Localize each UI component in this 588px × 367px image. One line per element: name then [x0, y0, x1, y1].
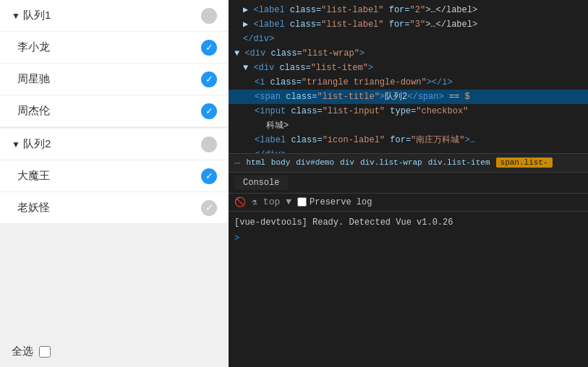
code-line-5[interactable]: ▼ <div class="list-item">: [229, 61, 588, 75]
code-line-10[interactable]: <label class="icon-label" for="南庄万科城">…: [229, 133, 588, 147]
item-damowang-checkbox[interactable]: ✓: [201, 168, 217, 184]
left-panel: ▼ 队列1 李小龙 ✓ 周星驰 ✓ 周杰伦 ✓ ▼: [0, 0, 229, 367]
item-lixiaolong-label: 李小龙: [12, 40, 201, 54]
item-laoyaoguai-label: 老妖怪: [12, 201, 201, 215]
item-damowang[interactable]: 大魔王 ✓: [0, 160, 229, 192]
group2-triangle-icon: ▼: [12, 139, 20, 150]
no-entry-icon[interactable]: 🚫: [234, 197, 246, 208]
code-line-7-selected[interactable]: <span class="list-title">队列2</span> == $: [229, 90, 588, 104]
console-tab-bar: Console: [229, 173, 588, 194]
devtools-panel: ▶ <label class="list-label" for="2">…</l…: [229, 0, 588, 367]
console-prompt[interactable]: >: [234, 232, 582, 245]
item-zhoujelun-check-icon: ✓: [205, 106, 213, 116]
breadcrumb-divdemo[interactable]: div#demo: [296, 158, 334, 167]
item-damowang-label: 大魔王: [12, 169, 201, 183]
code-line-3[interactable]: </div>: [229, 32, 588, 46]
breadcrumb-div[interactable]: div: [340, 158, 354, 167]
breadcrumb-listitem[interactable]: div.list-item: [428, 158, 490, 167]
code-line-6[interactable]: <i class="triangle triangle-down"></i>: [229, 75, 588, 90]
group1-header[interactable]: ▼ 队列1: [0, 0, 229, 32]
select-all-checkbox[interactable]: [39, 346, 51, 358]
group1-label: 队列1: [23, 9, 201, 22]
code-line-8[interactable]: <input class="list-input" type="checkbox…: [229, 104, 588, 118]
devtools-elements[interactable]: ▶ <label class="list-label" for="2">…</l…: [229, 0, 588, 153]
group2-section: ▼ 队列2 大魔王 ✓ 老妖怪 ✓: [0, 129, 229, 224]
item-lixiaolong-checkbox[interactable]: ✓: [201, 40, 217, 56]
item-zhoujelun-label: 周杰伦: [12, 104, 201, 118]
breadcrumb-dots[interactable]: ⋯: [234, 157, 240, 169]
filter-icon[interactable]: ⚗: [252, 197, 257, 208]
item-lixiaolong-check-icon: ✓: [205, 43, 213, 52]
item-zhoujelun-checkbox[interactable]: ✓: [201, 103, 217, 119]
preserve-log-label: Preserve log: [310, 197, 372, 207]
select-all-label: 全选: [12, 345, 33, 358]
item-zhouzingchi-check-icon: ✓: [205, 74, 213, 84]
item-laoyaoguai[interactable]: 老妖怪 ✓: [0, 192, 229, 224]
breadcrumb-active[interactable]: span.list-: [496, 157, 553, 168]
group2-label: 队列2: [23, 137, 201, 151]
item-zhouzingchi[interactable]: 周星驰 ✓: [0, 64, 229, 95]
code-line-1[interactable]: ▶ <label class="list-label" for="2">…</l…: [229, 3, 588, 17]
item-zhoujelun[interactable]: 周杰伦 ✓: [0, 95, 229, 127]
dropdown-icon[interactable]: ▼: [286, 197, 291, 207]
console-tab[interactable]: Console: [234, 176, 288, 190]
footer-bar: 全选: [0, 336, 229, 367]
filter-select[interactable]: top: [263, 197, 280, 207]
group2-checkbox[interactable]: [201, 137, 217, 152]
item-lixiaolong[interactable]: 李小龙 ✓: [0, 32, 229, 64]
breadcrumb-listwrap[interactable]: div.list-wrap: [360, 158, 422, 167]
breadcrumb-body[interactable]: body: [271, 158, 290, 167]
breadcrumb-bar: ⋯ html body div#demo div div.list-wrap d…: [229, 153, 588, 173]
code-line-11[interactable]: </div>: [229, 147, 588, 153]
console-line-1: [vue-devtools] Ready. Detected Vue v1.0.…: [234, 216, 582, 229]
console-toolbar: 🚫 ⚗ top ▼ Preserve log: [229, 194, 588, 212]
code-line-9[interactable]: 科城>: [229, 118, 588, 133]
item-laoyaoguai-checkbox[interactable]: ✓: [201, 200, 217, 216]
code-line-4[interactable]: ▼ <div class="list-wrap">: [229, 46, 588, 61]
group1-section: ▼ 队列1 李小龙 ✓ 周星驰 ✓ 周杰伦 ✓: [0, 0, 229, 127]
item-zhouzingchi-checkbox[interactable]: ✓: [201, 72, 217, 87]
group1-checkbox[interactable]: [201, 8, 217, 24]
item-laoyaoguai-check-icon: ✓: [205, 203, 213, 212]
item-zhouzingchi-label: 周星驰: [12, 72, 201, 86]
group1-triangle-icon: ▼: [12, 11, 20, 21]
group2-header[interactable]: ▼ 队列2: [0, 129, 229, 160]
code-line-2[interactable]: ▶ <label class="list-label" for="3">…</l…: [229, 17, 588, 32]
console-output: [vue-devtools] Ready. Detected Vue v1.0.…: [229, 212, 588, 368]
breadcrumb-html[interactable]: html: [246, 158, 265, 167]
preserve-log-checkbox[interactable]: [297, 197, 307, 207]
item-damowang-check-icon: ✓: [205, 171, 213, 181]
